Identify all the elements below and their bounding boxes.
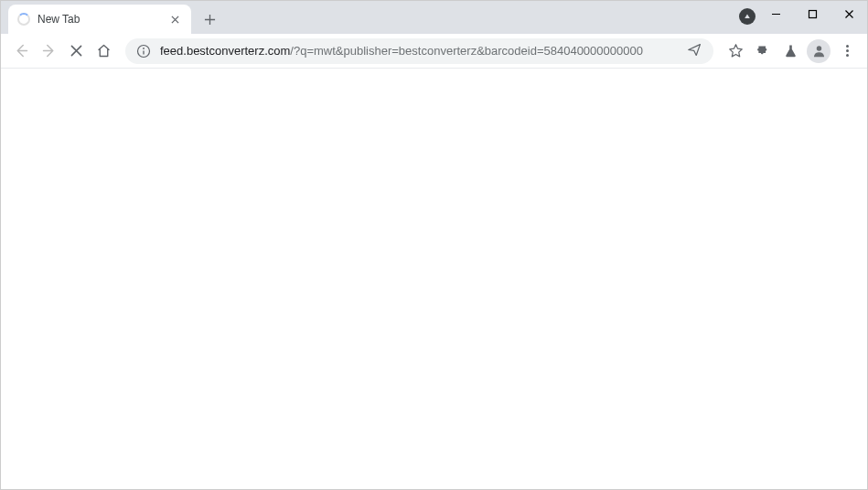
menu-button[interactable] xyxy=(834,38,860,64)
svg-rect-0 xyxy=(809,10,816,17)
minimize-button[interactable] xyxy=(757,1,794,27)
maximize-button[interactable] xyxy=(794,1,830,27)
page-content xyxy=(1,69,867,490)
window-controls xyxy=(757,1,867,30)
close-icon xyxy=(171,16,179,24)
bookmark-button[interactable] xyxy=(723,38,748,64)
puzzle-icon xyxy=(755,43,771,59)
browser-tab[interactable]: New Tab xyxy=(8,5,191,34)
stop-reload-button[interactable] xyxy=(63,38,89,64)
send-icon xyxy=(687,42,702,58)
labs-button[interactable] xyxy=(777,38,803,64)
close-window-button[interactable] xyxy=(830,1,867,27)
svg-point-2 xyxy=(143,48,145,49)
back-button[interactable] xyxy=(8,38,34,64)
arrow-right-icon xyxy=(41,43,57,59)
address-bar[interactable]: feed.bestconverterz.com/?q=mwt&publisher… xyxy=(125,38,713,64)
profile-button[interactable] xyxy=(807,39,830,63)
flask-icon xyxy=(783,43,798,59)
info-icon xyxy=(136,44,151,59)
extensions-button[interactable] xyxy=(750,38,776,64)
minimize-icon xyxy=(771,9,781,19)
tab-strip: New Tab xyxy=(1,1,867,34)
toolbar: feed.bestconverterz.com/?q=mwt&publisher… xyxy=(1,34,867,69)
star-icon xyxy=(728,43,744,59)
share-button[interactable] xyxy=(687,42,702,60)
url-text: feed.bestconverterz.com/?q=mwt&publisher… xyxy=(160,44,680,58)
close-icon xyxy=(69,43,84,59)
maximize-icon xyxy=(808,9,818,19)
url-domain: feed.bestconverterz.com xyxy=(160,44,290,58)
home-icon xyxy=(96,43,112,59)
arrow-left-icon xyxy=(14,43,29,59)
plus-icon xyxy=(204,14,216,26)
tab-title: New Tab xyxy=(38,13,167,26)
url-path: /?q=mwt&publisher=bestconverterz&barcode… xyxy=(290,44,643,58)
software-indicator-icon xyxy=(739,8,755,25)
loading-spinner-icon xyxy=(17,13,30,26)
close-icon xyxy=(844,9,854,19)
new-tab-button[interactable] xyxy=(197,6,222,32)
forward-button[interactable] xyxy=(36,38,61,64)
site-info-button[interactable] xyxy=(136,44,151,59)
person-icon xyxy=(811,43,827,59)
svg-point-3 xyxy=(816,46,820,50)
home-button[interactable] xyxy=(91,38,116,64)
tab-close-button[interactable] xyxy=(167,12,182,27)
dots-vertical-icon xyxy=(846,45,849,57)
